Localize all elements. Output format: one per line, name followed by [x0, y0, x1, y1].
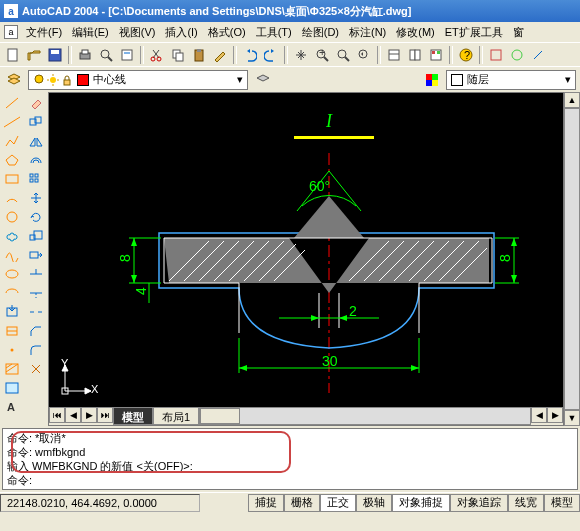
explode-tool[interactable] [26, 360, 46, 378]
menu-window[interactable]: 窗 [509, 23, 528, 42]
menu-tools[interactable]: 工具(T) [252, 23, 296, 42]
rectangle-tool[interactable] [2, 170, 22, 188]
command-area[interactable]: 命令: *取消* 命令: wmfbkgnd 输入 WMFBKGND 的新值 <关… [2, 428, 578, 490]
copy-tool[interactable] [26, 113, 46, 131]
circle-tool[interactable] [2, 208, 22, 226]
tab-first-button[interactable]: ⏮ [49, 407, 65, 423]
zoom-win-button[interactable] [333, 45, 353, 65]
menu-modify[interactable]: 修改(M) [392, 23, 439, 42]
array-tool[interactable] [26, 170, 46, 188]
menu-view[interactable]: 视图(V) [115, 23, 160, 42]
bylayer-dropdown[interactable]: 随层 ▾ [446, 70, 576, 90]
zoom-rt-button[interactable]: + [312, 45, 332, 65]
ucs-x-label: X [91, 383, 98, 395]
region-tool[interactable] [2, 379, 22, 397]
spline-tool[interactable] [2, 246, 22, 264]
polygon-tool[interactable] [2, 151, 22, 169]
hatch-tool[interactable] [2, 360, 22, 378]
scale-tool[interactable] [26, 227, 46, 245]
insert-tool[interactable] [2, 303, 22, 321]
xline-tool[interactable] [2, 113, 22, 131]
lwt-toggle[interactable]: 线宽 [508, 494, 544, 512]
move-tool[interactable] [26, 189, 46, 207]
menu-edit[interactable]: 编辑(E) [68, 23, 113, 42]
toolpalette-button[interactable] [426, 45, 446, 65]
menu-draw[interactable]: 绘图(D) [298, 23, 343, 42]
matchprop-button[interactable] [210, 45, 230, 65]
redo-button[interactable] [261, 45, 281, 65]
offset-tool[interactable] [26, 151, 46, 169]
vscroll-down-button[interactable]: ▼ [564, 410, 580, 426]
stretch-tool[interactable] [26, 246, 46, 264]
tab-layout1[interactable]: 布局1 [153, 407, 199, 425]
ortho-toggle[interactable]: 正交 [320, 494, 356, 512]
menu-format[interactable]: 格式(O) [204, 23, 250, 42]
break-tool[interactable] [26, 303, 46, 321]
fillet-tool[interactable] [26, 341, 46, 359]
toolbar-draw: A [0, 92, 24, 426]
hscroll-thumb[interactable] [200, 408, 240, 424]
print-button[interactable] [75, 45, 95, 65]
hscroll-area: ⏮ ◀ ▶ ⏭ 模型 布局1 ◀ ▶ [49, 407, 563, 425]
osnap-toggle[interactable]: 对象捕捉 [392, 494, 450, 512]
paste-button[interactable] [189, 45, 209, 65]
tab-last-button[interactable]: ⏭ [97, 407, 113, 423]
cmd-line-4[interactable]: 命令: [7, 473, 573, 487]
vscroll-up-button[interactable]: ▲ [564, 92, 580, 108]
polar-toggle[interactable]: 极轴 [356, 494, 392, 512]
designcenter-button[interactable] [405, 45, 425, 65]
pan-button[interactable] [291, 45, 311, 65]
et1-button[interactable] [486, 45, 506, 65]
layer-manager-button[interactable] [4, 70, 24, 90]
hscroll-left-button[interactable]: ◀ [531, 407, 547, 423]
layer-dropdown[interactable]: 中心线 ▾ [28, 70, 248, 90]
snap-toggle[interactable]: 捕捉 [248, 494, 284, 512]
rotate-tool[interactable] [26, 208, 46, 226]
hscroll-track[interactable] [199, 407, 531, 425]
block-tool[interactable] [2, 322, 22, 340]
menu-dim[interactable]: 标注(N) [345, 23, 390, 42]
text-tool[interactable]: A [2, 398, 22, 416]
chamfer-tool[interactable] [26, 322, 46, 340]
tab-model[interactable]: 模型 [113, 407, 153, 425]
pline-tool[interactable] [2, 132, 22, 150]
preview-button[interactable] [96, 45, 116, 65]
point-tool[interactable] [2, 341, 22, 359]
copy-button[interactable] [168, 45, 188, 65]
open-button[interactable] [24, 45, 44, 65]
hscroll-right-button[interactable]: ▶ [547, 407, 563, 423]
cut-button[interactable] [147, 45, 167, 65]
et3-button[interactable] [528, 45, 548, 65]
otrack-toggle[interactable]: 对象追踪 [450, 494, 508, 512]
extend-tool[interactable] [26, 284, 46, 302]
color-control-button[interactable] [422, 70, 442, 90]
layer-prev-button[interactable] [252, 70, 272, 90]
model-toggle[interactable]: 模型 [544, 494, 580, 512]
trim-tool[interactable] [26, 265, 46, 283]
help-button[interactable]: ? [456, 45, 476, 65]
svg-point-36 [50, 77, 56, 83]
ellipsearc-tool[interactable] [2, 284, 22, 302]
new-button[interactable] [3, 45, 23, 65]
menu-file[interactable]: 文件(F) [22, 23, 66, 42]
save-button[interactable] [45, 45, 65, 65]
et2-button[interactable] [507, 45, 527, 65]
vscroll-track[interactable] [564, 108, 580, 410]
properties-button[interactable] [384, 45, 404, 65]
zoom-prev-button[interactable] [354, 45, 374, 65]
publish-button[interactable] [117, 45, 137, 65]
undo-button[interactable] [240, 45, 260, 65]
svg-point-33 [512, 50, 522, 60]
mirror-tool[interactable] [26, 132, 46, 150]
line-tool[interactable] [2, 94, 22, 112]
arc-tool[interactable] [2, 189, 22, 207]
erase-tool[interactable] [26, 94, 46, 112]
ellipse-tool[interactable] [2, 265, 22, 283]
revcloud-tool[interactable] [2, 227, 22, 245]
tab-next-button[interactable]: ▶ [81, 407, 97, 423]
drawing-canvas[interactable]: I 60° 30 2 8 4 8 Y X [49, 93, 563, 407]
menu-ext[interactable]: ET扩展工具 [441, 23, 507, 42]
menu-insert[interactable]: 插入(I) [161, 23, 201, 42]
grid-toggle[interactable]: 栅格 [284, 494, 320, 512]
tab-prev-button[interactable]: ◀ [65, 407, 81, 423]
